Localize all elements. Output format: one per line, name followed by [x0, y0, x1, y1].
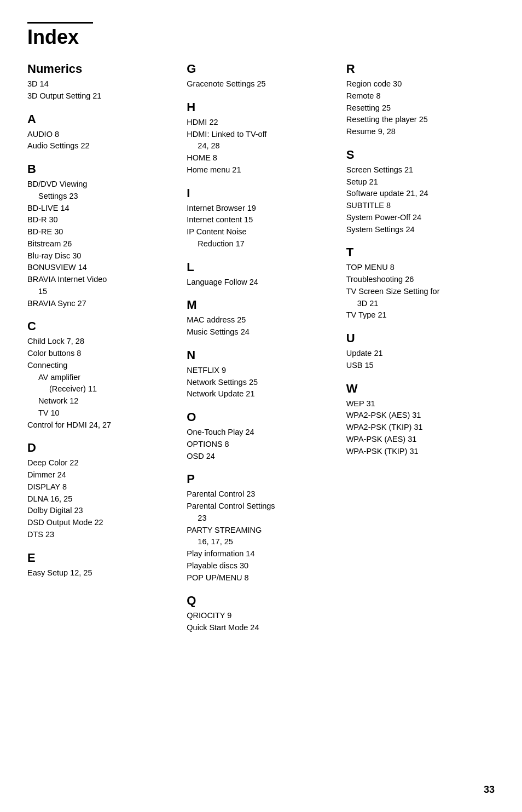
list-item: Update 21: [346, 348, 495, 360]
list-item: BD-LIVE 14: [27, 203, 176, 215]
section-letter: U: [346, 331, 495, 345]
list-item: Bitstream 26: [27, 238, 176, 250]
list-item: Parental Control Settings: [187, 500, 335, 512]
list-item: Playable discs 30: [187, 560, 335, 572]
list-item: Dimmer 24: [27, 469, 176, 481]
list-item: Internet content 15: [187, 214, 335, 226]
section-items: TOP MENU 8Troubleshooting 26TV Screen Si…: [346, 262, 495, 321]
list-item: BD-R 30: [27, 214, 176, 226]
list-item: 3D 14: [27, 78, 176, 90]
list-item: OPTIONS 8: [187, 439, 335, 451]
list-item: WPA2-PSK (AES) 31: [346, 410, 495, 422]
list-item: DTS 23: [27, 529, 176, 541]
section-items: QRIOCITY 9Quick Start Mode 24: [187, 610, 335, 634]
list-item: Settings 23: [27, 191, 176, 203]
section-A: AAUDIO 8Audio Settings 22: [27, 112, 176, 153]
list-item: 3D Output Setting 21: [27, 90, 176, 102]
section-items: Gracenote Settings 25: [187, 78, 335, 90]
list-item: Network Settings 25: [187, 377, 335, 389]
section-S: SScreen Settings 21Setup 21Software upda…: [346, 148, 495, 236]
list-item: Control for HDMI 24, 27: [27, 419, 176, 431]
list-item: Network Update 21: [187, 388, 335, 400]
list-item: Setup 21: [346, 176, 495, 188]
list-item: TV Type 21: [346, 309, 495, 321]
section-letter: Numerics: [27, 62, 176, 76]
section-letter: N: [187, 348, 335, 362]
section-items: One-Touch Play 24OPTIONS 8OSD 24: [187, 427, 335, 462]
section-B: BBD/DVD ViewingSettings 23BD-LIVE 14BD-R…: [27, 162, 176, 309]
list-item: Color buttons 8: [27, 348, 176, 360]
list-item: System Power-Off 24: [346, 212, 495, 224]
section-L: LLanguage Follow 24: [187, 260, 335, 289]
page: Index Numerics3D 143D Output Setting 21A…: [0, 0, 522, 677]
list-item: Gracenote Settings 25: [187, 78, 335, 90]
section-items: WEP 31WPA2-PSK (AES) 31WPA2-PSK (TKIP) 3…: [346, 398, 495, 458]
list-item: Resume 9, 28: [346, 126, 495, 138]
list-item: Screen Settings 21: [346, 164, 495, 176]
list-item: TV 10: [27, 407, 176, 419]
list-item: Child Lock 7, 28: [27, 336, 176, 348]
list-item: Audio Settings 22: [27, 140, 176, 152]
section-items: MAC address 25Music Settings 24: [187, 314, 335, 338]
section-T: TTOP MENU 8Troubleshooting 26TV Screen S…: [346, 245, 495, 321]
list-item: One-Touch Play 24: [187, 427, 335, 439]
list-item: DISPLAY 8: [27, 481, 176, 493]
section-letter: M: [187, 298, 335, 312]
list-item: Music Settings 24: [187, 326, 335, 338]
list-item: Dolby Digital 23: [27, 505, 176, 517]
list-item: TV Screen Size Setting for: [346, 286, 495, 298]
section-U: UUpdate 21USB 15: [346, 331, 495, 372]
list-item: Home menu 21: [187, 164, 335, 176]
section-Numerics: Numerics3D 143D Output Setting 21: [27, 62, 176, 102]
section-letter: I: [187, 186, 335, 200]
list-item: WPA-PSK (AES) 31: [346, 434, 495, 446]
section-items: Easy Setup 12, 25: [27, 567, 176, 579]
section-M: MMAC address 25Music Settings 24: [187, 298, 335, 338]
list-item: 23: [187, 512, 335, 525]
section-letter: Q: [187, 594, 335, 608]
list-item: 15: [27, 286, 176, 298]
list-item: USB 15: [346, 360, 495, 372]
list-item: Software update 21, 24: [346, 188, 495, 200]
list-item: Region code 30: [346, 78, 495, 90]
section-H: HHDMI 22HDMI: Linked to TV-off24, 28HOME…: [187, 100, 335, 176]
section-letter: C: [27, 319, 176, 333]
section-P: PParental Control 23Parental Control Set…: [187, 472, 335, 584]
section-letter: S: [346, 148, 495, 162]
list-item: (Receiver) 11: [27, 383, 176, 395]
column-2: RRegion code 30Remote 8Resetting 25Reset…: [346, 62, 495, 644]
section-letter: O: [187, 410, 335, 424]
section-Q: QQRIOCITY 9Quick Start Mode 24: [187, 594, 335, 634]
section-items: Deep Color 22Dimmer 24DISPLAY 8DLNA 16, …: [27, 457, 176, 540]
columns-wrapper: Numerics3D 143D Output Setting 21AAUDIO …: [27, 62, 495, 644]
section-items: Screen Settings 21Setup 21Software updat…: [346, 164, 495, 236]
list-item: Reduction 17: [187, 238, 335, 250]
list-item: Connecting: [27, 360, 176, 372]
section-items: Update 21USB 15: [346, 348, 495, 372]
list-item: Remote 8: [346, 90, 495, 102]
section-letter: A: [27, 112, 176, 126]
list-item: Resetting 25: [346, 102, 495, 114]
section-items: 3D 143D Output Setting 21: [27, 78, 176, 102]
section-letter: L: [187, 260, 335, 274]
section-letter: D: [27, 441, 176, 455]
section-letter: W: [346, 382, 495, 396]
list-item: BD-RE 30: [27, 226, 176, 238]
section-letter: E: [27, 551, 176, 565]
section-items: Region code 30Remote 8Resetting 25Resett…: [346, 78, 495, 138]
list-item: Internet Browser 19: [187, 203, 335, 215]
section-items: Parental Control 23Parental Control Sett…: [187, 488, 335, 584]
list-item: SUBTITLE 8: [346, 200, 495, 212]
column-0: Numerics3D 143D Output Setting 21AAUDIO …: [27, 62, 176, 644]
list-item: BRAVIA Sync 27: [27, 298, 176, 310]
list-item: WPA-PSK (TKIP) 31: [346, 446, 495, 458]
section-items: HDMI 22HDMI: Linked to TV-off24, 28HOME …: [187, 117, 335, 176]
section-W: WWEP 31WPA2-PSK (AES) 31WPA2-PSK (TKIP) …: [346, 382, 495, 458]
list-item: System Settings 24: [346, 224, 495, 236]
list-item: Network 12: [27, 395, 176, 407]
list-item: HOME 8: [187, 152, 335, 164]
list-item: BONUSVIEW 14: [27, 262, 176, 274]
section-items: Child Lock 7, 28Color buttons 8Connectin…: [27, 336, 176, 431]
section-items: BD/DVD ViewingSettings 23BD-LIVE 14BD-R …: [27, 178, 176, 309]
list-item: BRAVIA Internet Video: [27, 274, 176, 286]
